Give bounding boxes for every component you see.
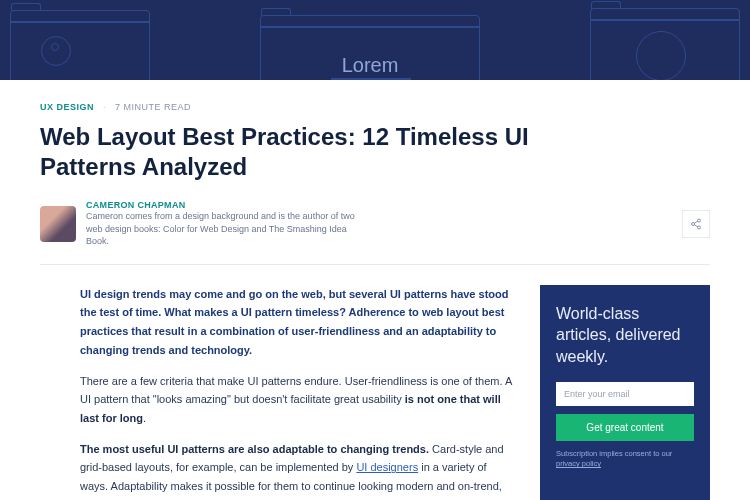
article-body: UI design trends may come and go on the … (40, 285, 516, 500)
author-block: CAMERON CHAPMAN Cameron comes from a des… (40, 200, 366, 248)
hero-banner: Lorem (0, 0, 750, 80)
privacy-policy-link[interactable]: privacy policy (556, 459, 601, 468)
svg-point-1 (692, 222, 695, 225)
subscribe-button[interactable]: Get great content (556, 414, 694, 441)
ui-designers-link[interactable]: UI designers (356, 461, 418, 473)
newsletter-sidebar: World-class articles, delivered weekly. … (540, 285, 710, 500)
article-p2: There are a few criteria that make UI pa… (80, 372, 516, 428)
article-meta: UX DESIGN · 7 MINUTE READ (40, 102, 710, 112)
article-p3: The most useful UI patterns are also ada… (80, 440, 516, 500)
category-link[interactable]: UX DESIGN (40, 102, 94, 112)
svg-line-4 (694, 221, 697, 223)
share-icon (690, 218, 702, 230)
author-avatar (40, 206, 76, 242)
svg-line-3 (694, 225, 697, 227)
newsletter-disclaimer: Subscription implies consent to our priv… (556, 449, 694, 470)
email-input[interactable] (556, 382, 694, 406)
article-title: Web Layout Best Practices: 12 Timeless U… (40, 122, 600, 182)
author-name[interactable]: CAMERON CHAPMAN (86, 200, 366, 210)
newsletter-heading: World-class articles, delivered weekly. (556, 303, 694, 368)
svg-point-0 (698, 219, 701, 222)
svg-point-2 (698, 226, 701, 229)
read-time: 7 MINUTE READ (115, 102, 191, 112)
share-button[interactable] (682, 210, 710, 238)
wireframe-text: Lorem (342, 54, 399, 77)
author-bio: Cameron comes from a design background a… (86, 210, 366, 248)
article-intro: UI design trends may come and go on the … (80, 285, 516, 360)
